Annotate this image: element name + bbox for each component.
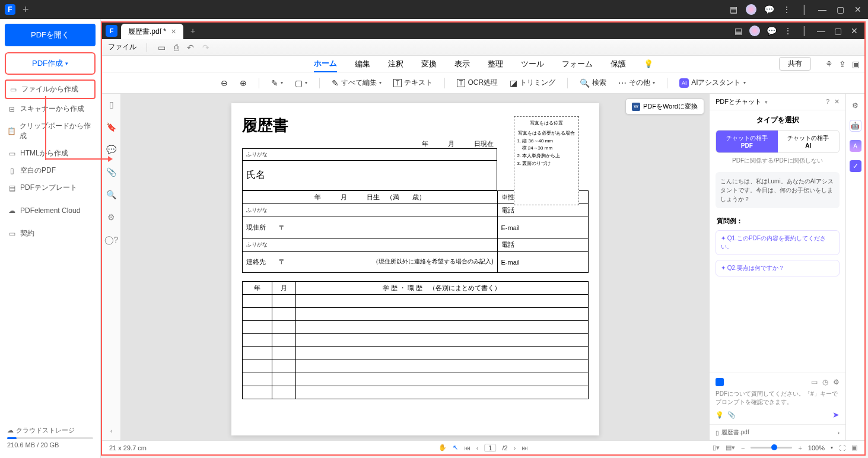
avatar[interactable] — [746, 4, 756, 15]
chat-tab-ai[interactable]: チャットの相手AI — [778, 131, 840, 152]
settings-panel-icon[interactable]: ⚙ — [107, 212, 115, 222]
create-blank[interactable]: ▯空白のPDF — [5, 162, 96, 179]
shape-tool[interactable]: ▢ — [295, 78, 307, 88]
menu-convert[interactable]: 変換 — [421, 56, 437, 72]
redo-icon[interactable]: ↷ — [202, 43, 209, 52]
book-icon[interactable]: ▤ — [728, 5, 739, 14]
print-icon[interactable]: ⎙ — [174, 43, 179, 52]
bookmark-panel-icon[interactable]: 🔖 — [106, 122, 116, 132]
hand-icon[interactable]: ✋ — [438, 444, 447, 451]
comment-panel-icon[interactable]: 💬 — [106, 145, 116, 154]
menu-home[interactable]: ホーム — [314, 56, 337, 72]
minimize-icon[interactable]: — — [817, 5, 828, 14]
avatar[interactable] — [749, 26, 760, 36]
close-icon[interactable]: ✕ — [853, 5, 863, 14]
view-single-icon[interactable]: ▯▾ — [713, 444, 720, 451]
ocr-tool[interactable]: 🅃OCR処理 — [457, 78, 498, 88]
chat-tab-pdf[interactable]: チャットの相手PDF — [716, 131, 778, 152]
zoom-in-button[interactable]: ⊕ — [240, 78, 247, 88]
next-page-icon[interactable]: › — [514, 444, 516, 451]
chevron-down-icon[interactable]: ▾ — [765, 99, 768, 105]
create-pdf-button[interactable]: PDF作成 — [7, 55, 93, 72]
create-from-file[interactable]: ▭ファイルから作成 — [5, 79, 96, 99]
share-icon[interactable]: ⚘ — [825, 59, 833, 69]
menu-view[interactable]: 表示 — [454, 56, 470, 72]
fullscreen-icon[interactable]: ▣ — [851, 444, 857, 451]
book-icon[interactable]: ▤ — [733, 26, 743, 36]
edit-all-tool[interactable]: ✎すべて編集 — [332, 78, 381, 88]
select-icon[interactable]: ↖ — [453, 444, 458, 451]
create-from-clipboard[interactable]: 📋クリップボードから作成 — [5, 117, 96, 145]
bulb-icon[interactable]: 💡 — [716, 411, 724, 419]
maximize-icon[interactable]: ▢ — [832, 26, 843, 36]
contract-link[interactable]: ▭契約 — [5, 225, 96, 242]
zoom-slider[interactable] — [751, 447, 792, 449]
save-icon[interactable]: ▭ — [158, 43, 166, 52]
menu-icon[interactable]: ⋮ — [781, 5, 792, 14]
copy-icon[interactable]: ▭ — [811, 378, 818, 386]
menu-protect[interactable]: 保護 — [611, 56, 626, 72]
new-tab-button[interactable]: + — [23, 4, 29, 16]
zoom-out-icon[interactable]: − — [741, 444, 745, 451]
first-page-icon[interactable]: ⏮ — [464, 444, 470, 451]
minimize-icon[interactable]: — — [816, 26, 826, 36]
close-icon[interactable]: ✕ — [834, 98, 840, 106]
menu-form[interactable]: フォーム — [562, 56, 593, 72]
attach-panel-icon[interactable]: 📎 — [106, 167, 116, 177]
new-doc-tab[interactable]: + — [190, 26, 195, 36]
translate-icon[interactable]: A — [850, 140, 861, 152]
page-panel-icon[interactable]: ▯ — [109, 100, 114, 109]
page-input[interactable]: 1 — [484, 444, 496, 452]
menu-annotate[interactable]: 注釈 — [388, 56, 403, 72]
chat-icon[interactable]: 💬 — [764, 5, 774, 14]
ai-assistant-tool[interactable]: AIAIアシスタント — [679, 78, 745, 88]
maximize-icon[interactable]: ▢ — [835, 5, 845, 14]
chat-example-2[interactable]: ✦ Q2.要点は何ですか？ — [716, 260, 840, 276]
share-button[interactable]: 共有 — [779, 57, 811, 71]
close-icon[interactable]: ✕ — [849, 26, 860, 36]
fit-icon[interactable]: ⛶ — [839, 444, 845, 451]
send-icon[interactable]: ➤ — [832, 410, 840, 419]
zoom-in-icon[interactable]: + — [798, 444, 802, 451]
highlight-tool[interactable]: ✎ — [271, 78, 283, 88]
attach-icon[interactable]: 📎 — [727, 411, 736, 419]
text-tool[interactable]: 🅃テキスト — [393, 78, 433, 88]
create-from-scanner[interactable]: ⊟スキャナーから作成 — [5, 100, 96, 117]
prev-page-icon[interactable]: ‹ — [476, 444, 479, 451]
menu-tool[interactable]: ツール — [521, 56, 544, 72]
zoom-value[interactable]: 100% — [808, 444, 825, 451]
tab-close-icon[interactable]: ✕ — [171, 28, 176, 36]
trim-tool[interactable]: ◪トリミング — [510, 78, 555, 88]
create-template[interactable]: ▤PDFテンプレート — [5, 179, 96, 196]
gear-icon[interactable]: ⚙ — [833, 378, 840, 386]
document-tab[interactable]: 履歴書.pdf * ✕ — [121, 24, 183, 39]
robot-icon[interactable]: 🤖 — [850, 120, 861, 132]
bulb-icon[interactable]: 💡 — [644, 57, 653, 71]
cloud-link[interactable]: ☁PDFelement Cloud — [5, 202, 96, 219]
collapse-icon[interactable]: ‹ — [110, 427, 113, 434]
cloud-up-icon[interactable]: ⇪ — [839, 59, 846, 69]
search-panel-icon[interactable]: 🔍 — [106, 190, 116, 199]
help-icon[interactable]: ◯? — [104, 235, 119, 244]
layout-icon[interactable]: ▣ — [852, 59, 860, 69]
app-logo: F — [5, 4, 15, 15]
search-tool[interactable]: 🔍検索 — [580, 78, 606, 88]
view-scroll-icon[interactable]: ▤▾ — [726, 444, 735, 451]
last-page-icon[interactable]: ⏭ — [522, 444, 528, 451]
history-icon[interactable]: ◷ — [822, 378, 828, 386]
expand-icon[interactable]: › — [838, 430, 840, 436]
chat-icon[interactable]: 💬 — [766, 26, 777, 36]
check-icon[interactable]: ✓ — [850, 160, 861, 172]
menu-icon[interactable]: ⋮ — [783, 26, 793, 36]
other-tool[interactable]: ⋯その他 — [618, 78, 655, 88]
undo-icon[interactable]: ↶ — [187, 43, 194, 52]
convert-to-word-button[interactable]: W PDFをWordに変換 — [625, 98, 704, 114]
file-menu[interactable]: ファイル — [108, 42, 136, 52]
menu-edit[interactable]: 編集 — [355, 56, 370, 72]
chat-example-1[interactable]: ✦ Q1.このPDFの内容を要約してください。 — [716, 230, 840, 255]
open-pdf-button[interactable]: PDFを開く — [5, 24, 96, 46]
zoom-out-button[interactable]: ⊖ — [221, 78, 228, 88]
help-icon[interactable]: ? — [826, 98, 829, 106]
menu-organize[interactable]: 整理 — [488, 56, 503, 72]
sliders-icon[interactable]: ⚙ — [850, 100, 861, 112]
